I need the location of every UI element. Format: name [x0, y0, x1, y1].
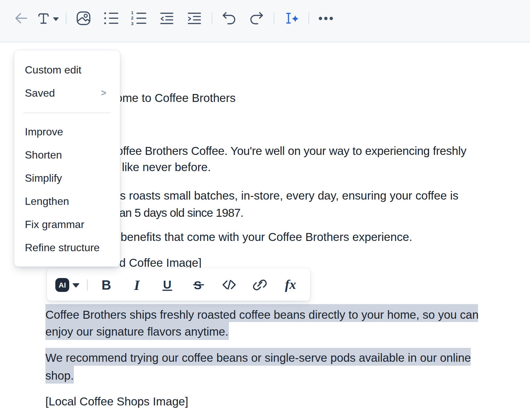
svg-text:U: U	[163, 278, 171, 291]
svg-text:fx: fx	[285, 277, 296, 292]
svg-text:3: 3	[131, 21, 133, 26]
svg-text:I: I	[134, 277, 140, 293]
svg-text:2: 2	[131, 16, 133, 21]
svg-text:AI: AI	[59, 281, 66, 289]
svg-text:1: 1	[131, 10, 133, 15]
svg-text:B: B	[102, 278, 111, 292]
